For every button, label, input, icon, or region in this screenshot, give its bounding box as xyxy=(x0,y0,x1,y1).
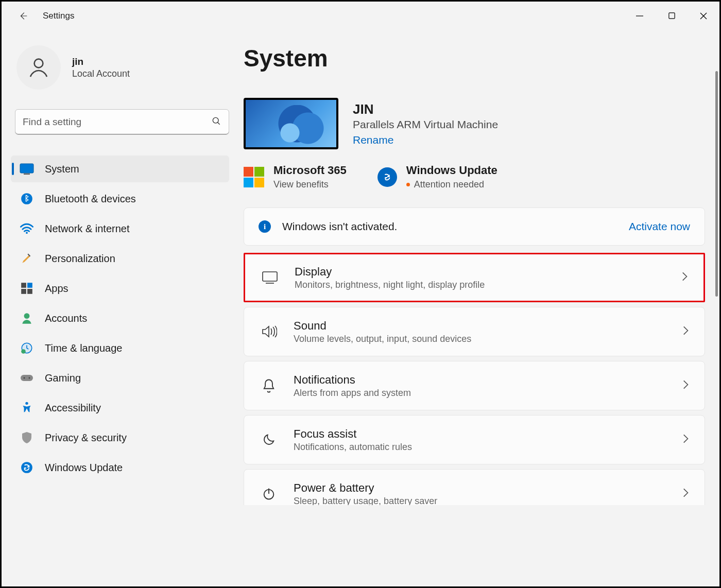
setting-subtitle: Sleep, battery usage, battery saver xyxy=(294,496,682,506)
paintbrush-icon xyxy=(19,251,35,266)
display-icon xyxy=(261,268,279,287)
tile-title: Microsoft 365 xyxy=(273,164,347,177)
svg-point-5 xyxy=(213,117,218,123)
tile-subtitle: View benefits xyxy=(273,179,347,190)
tile-title: Windows Update xyxy=(406,164,497,177)
setting-title: Sound xyxy=(294,319,682,333)
sidebar-item-personalization[interactable]: Personalization xyxy=(11,245,229,272)
svg-point-15 xyxy=(24,313,30,319)
sidebar-item-label: System xyxy=(45,163,79,175)
activation-banner: i Windows isn't activated. Activate now xyxy=(244,207,705,246)
svg-rect-14 xyxy=(27,289,32,294)
device-info: JIN Parallels ARM Virtual Machine Rename xyxy=(353,101,498,146)
moon-icon xyxy=(260,430,278,449)
ms365-tile[interactable]: Microsoft 365 View benefits xyxy=(244,164,347,190)
sidebar-item-label: Bluetooth & devices xyxy=(45,193,136,205)
info-icon: i xyxy=(259,220,271,233)
close-button[interactable] xyxy=(688,2,719,30)
sidebar-item-system[interactable]: System xyxy=(11,155,229,182)
nav-list: System Bluetooth & devices Network & int… xyxy=(11,155,229,481)
setting-title: Power & battery xyxy=(294,481,682,495)
setting-focus-assist[interactable]: Focus assist Notifications, automatic ru… xyxy=(244,415,705,464)
profile-block[interactable]: jin Local Account xyxy=(11,40,229,90)
gamepad-icon xyxy=(19,370,35,386)
device-block: JIN Parallels ARM Virtual Machine Rename xyxy=(244,98,705,149)
svg-point-10 xyxy=(26,232,28,234)
app-title: Settings xyxy=(43,11,74,21)
activate-link[interactable]: Activate now xyxy=(629,220,690,233)
setting-display[interactable]: Display Monitors, brightness, night ligh… xyxy=(244,253,705,302)
sidebar-item-accessibility[interactable]: Accessibility xyxy=(11,394,229,421)
rename-link[interactable]: Rename xyxy=(353,134,498,146)
search-box[interactable] xyxy=(15,109,229,135)
settings-window: Settings jin Local Account xyxy=(2,2,719,586)
svg-rect-9 xyxy=(24,174,30,175)
update-icon xyxy=(19,460,35,475)
svg-point-20 xyxy=(29,377,30,379)
maximize-button[interactable] xyxy=(656,2,688,30)
sidebar-item-apps[interactable]: Apps xyxy=(11,275,229,302)
sidebar-item-gaming[interactable]: Gaming xyxy=(11,365,229,391)
setting-power[interactable]: Power & battery Sleep, battery usage, ba… xyxy=(244,469,705,505)
svg-rect-11 xyxy=(21,283,26,288)
bluetooth-icon xyxy=(19,191,35,206)
profile-text: jin Local Account xyxy=(72,56,130,79)
chevron-right-icon xyxy=(682,379,689,392)
sidebar-item-label: Accounts xyxy=(45,313,87,324)
sidebar-item-label: Network & internet xyxy=(45,223,130,235)
chevron-right-icon xyxy=(681,271,688,284)
power-icon xyxy=(260,485,278,503)
device-name: JIN xyxy=(353,101,498,117)
svg-rect-18 xyxy=(21,375,33,381)
setting-title: Display xyxy=(295,265,681,279)
svg-rect-7 xyxy=(20,164,33,173)
svg-line-6 xyxy=(218,123,220,125)
setting-power-partial: Power & battery Sleep, battery usage, ba… xyxy=(244,469,705,505)
svg-rect-23 xyxy=(263,272,277,281)
sidebar-item-time[interactable]: Time & language xyxy=(11,335,229,361)
setting-subtitle: Volume levels, output, input, sound devi… xyxy=(294,334,682,344)
svg-point-19 xyxy=(24,377,25,379)
windows-update-icon xyxy=(377,167,397,187)
svg-rect-13 xyxy=(21,289,26,294)
setting-title: Notifications xyxy=(294,373,682,387)
setting-notifications[interactable]: Notifications Alerts from apps and syste… xyxy=(244,361,705,410)
search-input[interactable] xyxy=(23,116,211,128)
promo-tiles: Microsoft 365 View benefits Windows Upda… xyxy=(244,164,705,190)
titlebar: Settings xyxy=(2,2,719,30)
chevron-right-icon xyxy=(682,325,689,338)
scrollbar-thumb[interactable] xyxy=(715,71,718,297)
wifi-icon xyxy=(19,221,35,236)
setting-sound[interactable]: Sound Volume levels, output, input, soun… xyxy=(244,307,705,356)
sidebar-item-bluetooth[interactable]: Bluetooth & devices xyxy=(11,185,229,212)
profile-name: jin xyxy=(72,56,130,67)
device-thumbnail xyxy=(244,98,338,149)
page-title: System xyxy=(244,44,705,72)
apps-icon xyxy=(19,281,35,296)
accessibility-icon xyxy=(19,400,35,416)
sidebar-item-label: Apps xyxy=(45,283,68,295)
back-button[interactable] xyxy=(13,6,33,26)
device-subtitle: Parallels ARM Virtual Machine xyxy=(353,118,498,131)
svg-point-17 xyxy=(21,349,26,354)
svg-rect-12 xyxy=(27,283,32,288)
minimize-button[interactable] xyxy=(624,2,656,30)
sidebar-item-network[interactable]: Network & internet xyxy=(11,215,229,242)
main-panel: System JIN Parallels ARM Virtual Machine… xyxy=(244,30,719,586)
window-controls xyxy=(624,2,719,30)
svg-point-4 xyxy=(35,59,43,68)
sidebar-item-accounts[interactable]: Accounts xyxy=(11,305,229,332)
windows-update-tile[interactable]: Windows Update Attention needed xyxy=(377,164,497,190)
setting-title: Focus assist xyxy=(294,427,682,441)
sidebar-item-privacy[interactable]: Privacy & security xyxy=(11,424,229,451)
setting-subtitle: Notifications, automatic rules xyxy=(294,442,682,453)
search-icon xyxy=(211,116,221,128)
setting-subtitle: Alerts from apps and system xyxy=(294,388,682,399)
account-icon xyxy=(19,310,35,326)
svg-point-22 xyxy=(21,462,32,473)
shield-icon xyxy=(19,430,35,445)
content-area: jin Local Account System xyxy=(2,30,719,586)
profile-sub: Local Account xyxy=(72,68,130,79)
sidebar-item-label: Time & language xyxy=(45,342,122,354)
sidebar-item-update[interactable]: Windows Update xyxy=(11,454,229,481)
